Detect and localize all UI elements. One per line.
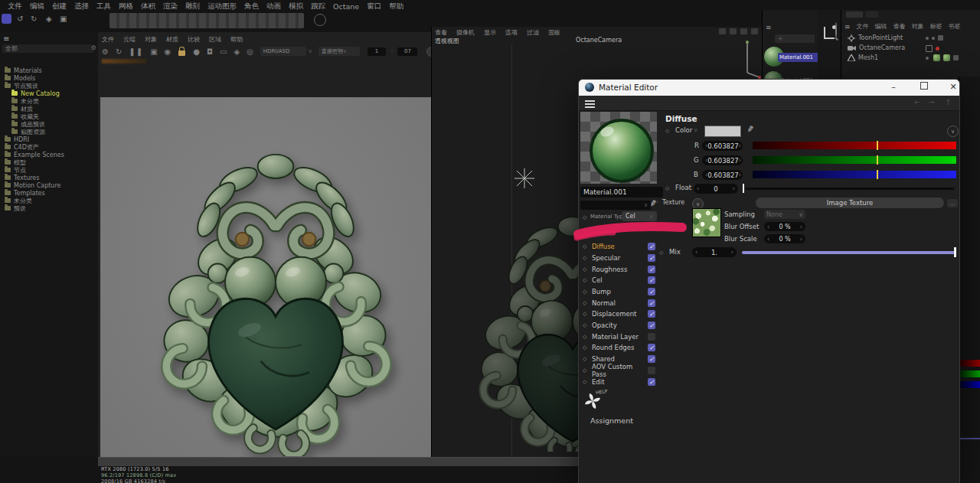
menu-item[interactable]: 帮助 [389,2,403,11]
tag-icon[interactable] [953,55,959,60]
axis-lock-icon[interactable]: ◈ [46,15,52,23]
back-icon[interactable]: ← [914,98,920,106]
mix-value-field[interactable]: ‹1.› [692,247,737,257]
channel-checkbox[interactable] [648,266,655,273]
channel-row[interactable]: ◇AOV Custom Pass [583,366,655,375]
menu-item[interactable]: 渲染 [163,2,178,11]
color-swatch[interactable] [704,126,741,137]
close-button[interactable]: ✕ [945,82,962,93]
material-type-dropdown[interactable]: Cel ∨ [622,211,657,221]
asset-item[interactable]: Templates [5,189,45,197]
menu-item[interactable]: 书签 [949,22,961,31]
texture-tag-icon[interactable] [933,54,940,61]
grid-icon[interactable]: ▣ [60,15,67,23]
channel-row[interactable]: ◇Normal [583,299,655,308]
channel-checkbox[interactable] [648,321,655,329]
asset-item[interactable]: 预设 [5,204,26,212]
menu-item[interactable]: 面板 [548,28,560,37]
asset-item[interactable]: Example Scenes [5,151,64,158]
asset-item[interactable]: 未分类 [5,197,32,204]
channel-row[interactable]: ◇Cel [583,276,655,285]
redo-icon[interactable]: ↻ [31,15,37,23]
pick-material-icon[interactable]: ◎ [247,47,253,56]
viewport-icon[interactable] [730,28,737,34]
chevron-down-icon[interactable]: ∨ [694,127,697,133]
menu-item[interactable]: 帮助 [230,35,243,44]
menu-item[interactable]: 查看 [435,28,447,37]
subframe-field[interactable]: 1 [368,47,386,56]
channel-checkbox[interactable] [648,276,655,284]
channel-checkbox[interactable] [648,310,655,318]
search-icon[interactable] [835,22,837,38]
menu-item[interactable]: 运动图形 [207,2,237,11]
render-preset-dropdown[interactable]: HDRI/ASD [260,47,306,56]
move-tool-icon[interactable] [2,14,11,24]
maximize-button[interactable] [916,82,933,93]
octane-pinwheel-icon[interactable] [583,392,602,410]
material-preview-ball[interactable] [590,119,654,183]
camera-label[interactable]: OctaneCamera [576,37,622,44]
asset-item[interactable]: 收藏夹 [11,113,39,120]
menu-item[interactable]: 标签 [930,22,942,31]
b-value-field[interactable]: ‹0.603827› [702,170,743,180]
view-label[interactable]: 透视视图 [435,37,459,45]
channel-checkbox[interactable] [648,344,655,351]
mix-slider-handle[interactable] [954,247,956,257]
object-row[interactable]: ToonPointLight [848,34,903,42]
sampling-dropdown[interactable]: None∨ [764,210,805,219]
menu-item[interactable]: 体积 [141,2,155,11]
float-slider-track[interactable] [746,188,954,190]
channel-row[interactable]: ◇Diffuse [583,242,655,251]
settings-gear-icon[interactable]: ⚙ [102,47,109,56]
menu-item[interactable]: Octane [333,2,359,11]
asset-item[interactable]: C4D资产 [5,143,39,151]
image-texture-button[interactable]: Image Texture [756,197,944,208]
texture-thumbnail[interactable] [692,208,721,237]
viewport-icon[interactable] [751,28,758,34]
float-slider-handle[interactable] [743,184,744,193]
channel-row[interactable]: ◇Round Edges [583,343,655,352]
viewport-icon[interactable] [719,28,726,34]
blue-gradient-slider[interactable] [753,171,956,178]
menu-item[interactable]: 文件 [8,2,22,11]
menu-item[interactable]: 编辑 [875,22,887,31]
menu-item[interactable]: 云端 [123,35,136,44]
region-render-icon[interactable]: ▣ [150,47,157,56]
object-toggles[interactable] [926,35,943,41]
lock-resolution-icon[interactable] [178,51,185,56]
menu-item[interactable]: 文件 [857,22,869,31]
channel-row[interactable]: ◇Opacity [583,321,655,330]
up-icon[interactable]: ↑ [945,98,951,106]
menu-item[interactable]: 角色 [244,2,259,11]
asset-item[interactable]: 模型 [5,158,26,166]
red-gradient-slider[interactable] [753,142,956,149]
menu-item[interactable]: 查看 [893,22,906,31]
channel-checkbox[interactable] [648,243,655,250]
camera-icon[interactable]: ◘ [207,47,213,56]
channel-row[interactable]: ◇Specular [583,253,655,263]
menu-item[interactable]: 摄像机 [456,28,475,37]
menu-item[interactable]: 模拟 [289,2,303,11]
menu-item[interactable]: 文件 [102,35,114,44]
pause-render-icon[interactable]: ❚❚ [129,47,143,56]
channel-checkbox[interactable] [648,378,655,386]
channel-row[interactable]: ◇Bump [583,287,655,296]
object-texture-tags[interactable] [926,54,959,61]
menu-item[interactable]: 比较 [188,35,200,44]
channel-row[interactable]: ◇Roughness [583,265,655,274]
channel-checkbox[interactable] [648,299,655,307]
menu-item[interactable]: 选项 [505,28,518,37]
g-value-field[interactable]: ‹0.603827› [702,155,743,165]
slider-marker[interactable] [877,141,878,150]
asset-item[interactable]: New Catalog [11,90,60,97]
slider-marker[interactable] [877,170,878,179]
asset-item[interactable]: 材质 [11,105,33,113]
menu-item[interactable]: 显示 [484,28,496,37]
hamburger-menu-icon[interactable] [585,100,595,109]
aperture-icon[interactable]: ◉ [165,47,172,56]
asset-item[interactable]: 未分类 [11,97,39,105]
kernel-dropdown[interactable]: 直接照明∨ [318,47,360,56]
menu-item[interactable]: 过滤 [527,28,539,37]
green-gradient-slider[interactable] [753,156,956,164]
menu-item[interactable]: 材质 [166,35,178,44]
